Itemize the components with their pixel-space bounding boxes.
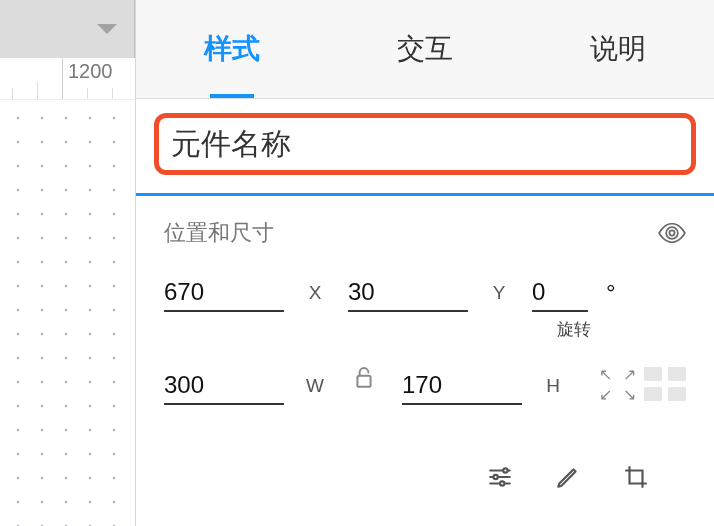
tab-description-label: 说明: [590, 30, 646, 68]
pencil-icon[interactable]: [552, 461, 584, 493]
svg-point-6: [494, 475, 498, 479]
svg-point-0: [669, 230, 674, 235]
svg-rect-1: [357, 376, 370, 387]
degree-icon: °: [606, 279, 616, 307]
lock-aspect-icon[interactable]: [354, 367, 374, 389]
ruler-label: 1200: [68, 60, 113, 83]
tab-style-label: 样式: [204, 30, 260, 68]
svg-point-7: [500, 481, 504, 485]
tab-description[interactable]: 说明: [521, 0, 714, 98]
section-title: 位置和尺寸: [164, 218, 274, 248]
svg-point-5: [503, 468, 507, 472]
canvas-toolbar: [0, 0, 135, 58]
crop-icon[interactable]: [620, 461, 652, 493]
h-label: H: [542, 375, 564, 397]
tab-interaction[interactable]: 交互: [329, 0, 522, 98]
position-size-section: 位置和尺寸 X Y °: [136, 196, 714, 523]
visibility-icon[interactable]: [658, 223, 686, 243]
component-name-highlight: 元件名称: [154, 113, 696, 175]
sliders-icon[interactable]: [484, 461, 516, 493]
tab-interaction-label: 交互: [397, 30, 453, 68]
y-label: Y: [488, 282, 510, 304]
rotation-input[interactable]: [532, 274, 588, 312]
tabs: 样式 交互 说明: [136, 0, 714, 99]
height-input[interactable]: [402, 367, 522, 405]
width-input[interactable]: [164, 367, 284, 405]
expand-anchor-icon[interactable]: ↖↗ ↙↘: [596, 367, 686, 401]
design-canvas[interactable]: [0, 100, 135, 526]
w-label: W: [304, 375, 326, 397]
rotation-label: 旋转: [557, 318, 591, 341]
component-name-input[interactable]: 元件名称: [171, 124, 291, 165]
tab-style[interactable]: 样式: [136, 0, 329, 98]
ruler: 1200: [0, 58, 135, 100]
canvas-area: 1200: [0, 0, 136, 526]
properties-panel: 样式 交互 说明 元件名称 位置和尺寸: [136, 0, 714, 526]
x-input[interactable]: [164, 274, 284, 312]
x-label: X: [304, 282, 326, 304]
canvas-dropdown-icon[interactable]: [97, 24, 117, 34]
y-input[interactable]: [348, 274, 468, 312]
